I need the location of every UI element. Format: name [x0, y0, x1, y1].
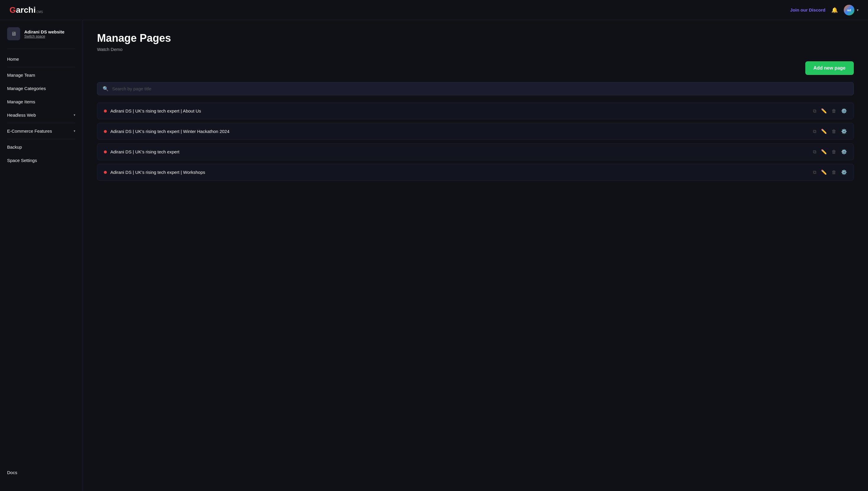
sidebar-item-ecommerce[interactable]: E-Commerce Features ▾ [0, 124, 83, 138]
logo-sub: CMS [36, 10, 43, 13]
main-layout: 🖥 Adirani DS website Switch space Home M… [0, 20, 868, 491]
page-item-title: Adirani DS | UK's rising tech expert | W… [110, 129, 229, 134]
workspace-info: Adirani DS website Switch space [24, 29, 64, 38]
avatar-initials: ad [847, 8, 851, 12]
logo-text: Garchi [9, 5, 36, 15]
page-list-item: Adirani DS | UK's rising tech expert | A… [97, 103, 854, 119]
page-item-actions: ⧉ ✏️ 🗑 ⚙️ [813, 149, 847, 154]
copy-icon[interactable]: ⧉ [813, 149, 816, 154]
discord-link[interactable]: Join our Discord [790, 7, 826, 12]
page-item-actions: ⧉ ✏️ 🗑 ⚙️ [813, 169, 847, 175]
sidebar-divider-ecommerce [7, 139, 75, 139]
sidebar-item-manage-categories[interactable]: Manage Categories [0, 82, 83, 95]
avatar-container[interactable]: ad ▾ [844, 5, 859, 16]
sidebar-item-label: Home [7, 57, 19, 62]
chevron-down-icon: ▾ [857, 8, 859, 12]
settings-icon[interactable]: ⚙️ [841, 149, 847, 154]
bell-icon[interactable]: 🔔 [831, 7, 838, 13]
page-item-title: Adirani DS | UK's rising tech expert | W… [110, 170, 205, 175]
content-area: Manage Pages Watch Demo Add new page 🔍 A… [83, 20, 868, 491]
workspace-name: Adirani DS website [24, 29, 64, 34]
sidebar-item-label: Backup [7, 145, 22, 149]
delete-icon[interactable]: 🗑 [832, 149, 836, 154]
switch-space-link[interactable]: Switch space [24, 34, 64, 38]
settings-icon[interactable]: ⚙️ [841, 128, 847, 134]
watch-demo-link[interactable]: Watch Demo [97, 47, 854, 52]
edit-icon[interactable]: ✏️ [821, 149, 827, 154]
sidebar-item-label: Manage Items [7, 99, 35, 104]
sidebar-divider-headless [7, 123, 75, 123]
status-dot [104, 150, 107, 153]
sidebar-item-label: Space Settings [7, 158, 37, 163]
sidebar-item-backup[interactable]: Backup [0, 140, 83, 154]
page-item-actions: ⧉ ✏️ 🗑 ⚙️ [813, 128, 847, 134]
page-item-title: Adirani DS | UK's rising tech expert [110, 149, 180, 154]
sidebar-item-manage-items[interactable]: Manage Items [0, 95, 83, 108]
sidebar-item-headless-web[interactable]: Headless Web ▾ [0, 108, 83, 122]
logo-accent: G [9, 5, 16, 15]
sidebar-bottom: Docs [0, 461, 83, 484]
sidebar-item-docs[interactable]: Docs [0, 466, 83, 479]
page-title: Manage Pages [97, 32, 854, 45]
page-list-item: Adirani DS | UK's rising tech expert ⧉ ✏… [97, 143, 854, 160]
sidebar-item-label: Headless Web [7, 113, 36, 118]
copy-icon[interactable]: ⧉ [813, 108, 816, 114]
sidebar-nav: Home Manage Team Manage Categories Manag… [0, 50, 83, 169]
workspace-icon: 🖥 [7, 27, 20, 40]
topnav-right: Join our Discord 🔔 ad ▾ [790, 5, 859, 16]
copy-icon[interactable]: ⧉ [813, 129, 816, 134]
sidebar: 🖥 Adirani DS website Switch space Home M… [0, 20, 83, 491]
search-icon: 🔍 [103, 86, 108, 91]
settings-icon[interactable]: ⚙️ [841, 169, 847, 175]
search-bar: 🔍 [97, 82, 854, 95]
page-item-left: Adirani DS | UK's rising tech expert | A… [104, 108, 201, 113]
add-new-page-button[interactable]: Add new page [805, 61, 854, 75]
sidebar-item-space-settings[interactable]: Space Settings [0, 154, 83, 167]
sidebar-item-label: Manage Categories [7, 86, 46, 91]
sidebar-item-label: Manage Team [7, 73, 35, 78]
content-header-row: Add new page [97, 61, 854, 75]
sidebar-item-home[interactable]: Home [0, 52, 83, 66]
sidebar-item-label: E-Commerce Features [7, 128, 52, 134]
chevron-down-icon: ▾ [74, 129, 75, 133]
sidebar-divider-top [7, 49, 75, 49]
edit-icon[interactable]: ✏️ [821, 169, 827, 175]
sidebar-item-label: Docs [7, 470, 17, 475]
avatar: ad [844, 5, 855, 16]
page-list: Adirani DS | UK's rising tech expert | A… [97, 103, 854, 181]
page-item-left: Adirani DS | UK's rising tech expert [104, 149, 180, 154]
sidebar-divider-home [7, 67, 75, 67]
topnav: Garchi CMS Join our Discord 🔔 ad ▾ [0, 0, 868, 20]
page-item-left: Adirani DS | UK's rising tech expert | W… [104, 170, 205, 175]
status-dot [104, 171, 107, 174]
page-item-left: Adirani DS | UK's rising tech expert | W… [104, 129, 229, 134]
delete-icon[interactable]: 🗑 [832, 108, 836, 114]
delete-icon[interactable]: 🗑 [832, 129, 836, 134]
copy-icon[interactable]: ⧉ [813, 170, 816, 175]
status-dot [104, 110, 107, 113]
edit-icon[interactable]: ✏️ [821, 128, 827, 134]
page-list-item: Adirani DS | UK's rising tech expert | W… [97, 164, 854, 181]
page-item-actions: ⧉ ✏️ 🗑 ⚙️ [813, 108, 847, 114]
search-input[interactable] [112, 86, 848, 91]
settings-icon[interactable]: ⚙️ [841, 108, 847, 114]
sidebar-item-manage-team[interactable]: Manage Team [0, 68, 83, 82]
delete-icon[interactable]: 🗑 [832, 170, 836, 175]
status-dot [104, 130, 107, 133]
page-item-title: Adirani DS | UK's rising tech expert | A… [110, 108, 201, 113]
workspace-section: 🖥 Adirani DS website Switch space [0, 27, 83, 48]
chevron-down-icon: ▾ [74, 113, 75, 117]
page-list-item: Adirani DS | UK's rising tech expert | W… [97, 123, 854, 140]
logo: Garchi CMS [9, 5, 43, 15]
edit-icon[interactable]: ✏️ [821, 108, 827, 114]
